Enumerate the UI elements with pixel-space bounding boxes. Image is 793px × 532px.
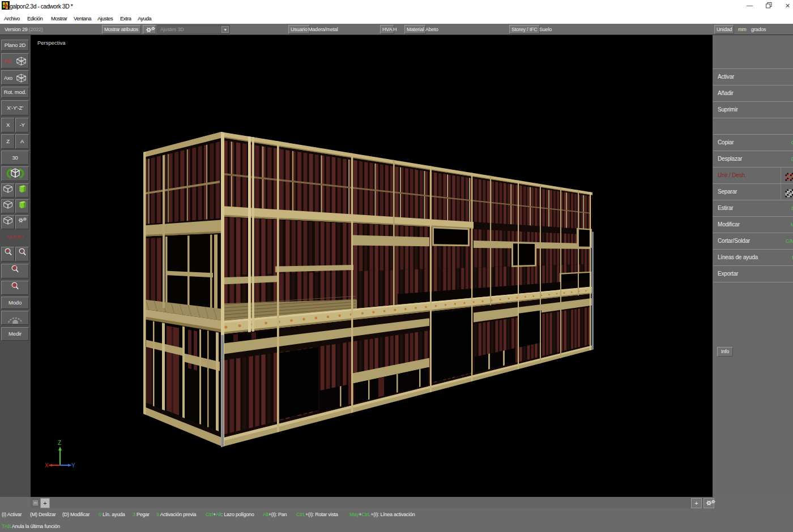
svg-text:◷: ◷ <box>12 282 17 288</box>
svg-text:X: X <box>45 462 49 469</box>
svg-text:Y: Y <box>71 462 75 469</box>
svg-text:−: − <box>20 248 23 254</box>
svg-text:↺: ↺ <box>12 265 16 271</box>
svg-text:Z: Z <box>58 440 61 446</box>
svg-text:+: + <box>6 248 9 254</box>
svg-text:Perspectiva: Perspectiva <box>37 40 66 46</box>
